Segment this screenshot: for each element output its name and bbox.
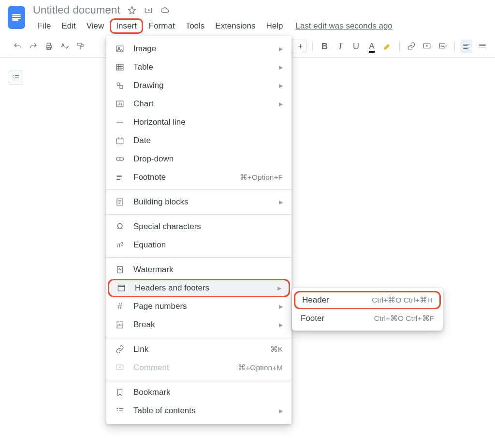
svg-rect-2 xyxy=(47,43,51,45)
text-color-button[interactable]: A xyxy=(366,40,378,53)
svg-rect-4 xyxy=(77,43,82,45)
add-comment-icon[interactable] xyxy=(421,40,433,53)
insert-link[interactable]: Link ⌘K xyxy=(106,340,291,359)
submenu-arrow-icon: ▶ xyxy=(279,199,283,205)
font-size-increase[interactable]: + xyxy=(294,42,306,51)
align-left-icon[interactable] xyxy=(461,40,472,53)
italic-button[interactable]: I xyxy=(335,40,346,53)
svg-rect-3 xyxy=(47,47,51,50)
submenu-arrow-icon: ▶ xyxy=(279,303,283,310)
horizontal-line-icon xyxy=(115,117,125,127)
docs-logo[interactable] xyxy=(8,6,25,29)
insert-chart[interactable]: Chart ▶ xyxy=(106,95,291,113)
app-header: Untitled document File Edit View Insert … xyxy=(0,0,495,34)
insert-table[interactable]: Table ▶ xyxy=(106,58,291,76)
headers-footers-icon xyxy=(116,283,126,293)
menu-extensions[interactable]: Extensions xyxy=(210,18,260,34)
insert-equation[interactable]: π² Equation xyxy=(106,236,291,254)
submenu-header[interactable]: Header Ctrl+⌘O Ctrl+⌘H xyxy=(294,291,441,309)
menu-help[interactable]: Help xyxy=(261,18,288,34)
drawing-icon xyxy=(115,81,125,90)
break-icon xyxy=(115,320,125,330)
insert-page-numbers[interactable]: # Page numbers ▶ xyxy=(106,297,291,316)
submenu-footer[interactable]: Footer Ctrl+⌘O Ctrl+⌘F xyxy=(292,309,443,328)
table-icon xyxy=(115,62,125,72)
svg-rect-19 xyxy=(117,325,123,328)
building-blocks-icon xyxy=(115,197,125,207)
align-more-icon[interactable] xyxy=(476,40,488,53)
menu-insert[interactable]: Insert xyxy=(110,18,143,34)
equation-icon: π² xyxy=(115,240,125,250)
watermark-icon xyxy=(115,265,125,275)
print-icon[interactable] xyxy=(43,40,55,53)
svg-rect-13 xyxy=(116,138,123,144)
insert-drawing[interactable]: Drawing ▶ xyxy=(106,76,291,95)
insert-image-icon[interactable] xyxy=(437,40,449,53)
insert-break[interactable]: Break ▶ xyxy=(106,316,291,334)
toc-icon xyxy=(115,406,125,416)
menu-format[interactable]: Format xyxy=(144,18,180,34)
star-icon[interactable] xyxy=(127,5,137,15)
menu-edit[interactable]: Edit xyxy=(57,18,80,34)
cloud-status-icon[interactable] xyxy=(160,5,170,15)
outline-icon[interactable] xyxy=(9,71,23,85)
insert-dropdown-chip[interactable]: Drop-down xyxy=(106,150,291,168)
date-icon xyxy=(115,136,125,145)
svg-rect-11 xyxy=(120,86,123,88)
page-numbers-icon: # xyxy=(115,302,125,311)
bookmark-icon xyxy=(115,388,125,397)
submenu-arrow-icon: ▶ xyxy=(279,408,283,414)
insert-date[interactable]: Date xyxy=(106,131,291,150)
submenu-arrow-icon: ▶ xyxy=(279,46,283,52)
submenu-arrow-icon: ▶ xyxy=(277,285,281,291)
svg-point-10 xyxy=(117,83,120,86)
menu-view[interactable]: View xyxy=(82,18,109,34)
spellcheck-icon[interactable] xyxy=(58,40,70,53)
insert-dropdown: Image ▶ Table ▶ Drawing ▶ Chart ▶ Horizo… xyxy=(106,36,291,424)
document-title[interactable]: Untitled document xyxy=(33,4,120,16)
insert-comment: Comment ⌘+Option+M xyxy=(106,359,291,377)
last-edit-link[interactable]: Last edit was seconds ago xyxy=(295,21,392,31)
menubar: File Edit View Insert Format Tools Exten… xyxy=(33,18,490,34)
redo-icon[interactable] xyxy=(27,40,39,53)
insert-toc[interactable]: Table of contents ▶ xyxy=(106,402,291,420)
svg-rect-9 xyxy=(116,64,123,70)
dropdown-chip-icon xyxy=(115,154,125,164)
insert-building-blocks[interactable]: Building blocks ▶ xyxy=(106,193,291,211)
submenu-arrow-icon: ▶ xyxy=(279,322,283,328)
insert-bookmark[interactable]: Bookmark xyxy=(106,383,291,402)
insert-link-icon[interactable] xyxy=(406,40,417,53)
insert-headers-footers[interactable]: Headers and footers ▶ xyxy=(108,279,290,297)
insert-special-characters[interactable]: Ω Special characters xyxy=(106,217,291,236)
insert-horizontal-line[interactable]: Horizontal line xyxy=(106,113,291,131)
move-icon[interactable] xyxy=(144,5,153,15)
submenu-arrow-icon: ▶ xyxy=(279,83,283,89)
submenu-arrow-icon: ▶ xyxy=(279,101,283,107)
image-icon xyxy=(115,44,125,54)
highlight-color-button[interactable] xyxy=(381,40,393,53)
insert-image[interactable]: Image ▶ xyxy=(106,40,291,58)
insert-footnote[interactable]: Footnote ⌘+Option+F xyxy=(106,168,291,187)
insert-watermark[interactable]: Watermark xyxy=(106,260,291,279)
omega-icon: Ω xyxy=(115,222,125,231)
headers-footers-submenu: Header Ctrl+⌘O Ctrl+⌘H Footer Ctrl+⌘O Ct… xyxy=(292,288,443,331)
svg-rect-17 xyxy=(118,285,125,291)
menu-tools[interactable]: Tools xyxy=(181,18,210,34)
comment-icon xyxy=(115,363,125,373)
menu-file[interactable]: File xyxy=(33,18,56,34)
undo-icon[interactable] xyxy=(12,40,23,53)
paint-format-icon[interactable] xyxy=(74,40,86,53)
submenu-arrow-icon: ▶ xyxy=(279,64,283,71)
link-icon xyxy=(115,345,125,354)
left-rail xyxy=(9,71,23,85)
chart-icon xyxy=(115,99,125,109)
bold-button[interactable]: B xyxy=(319,40,330,53)
footnote-icon xyxy=(115,173,125,182)
svg-rect-18 xyxy=(117,321,123,324)
underline-button[interactable]: U xyxy=(350,40,362,53)
svg-rect-16 xyxy=(117,266,123,273)
